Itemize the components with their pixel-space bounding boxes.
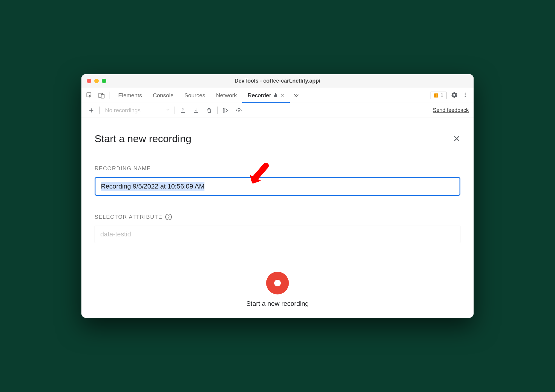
recordings-dropdown-label: No recordings: [105, 107, 140, 114]
replay-icon[interactable]: [221, 105, 231, 116]
tab-network[interactable]: Network: [211, 88, 242, 103]
chevron-down-icon: [166, 107, 170, 114]
maximize-window-button[interactable]: [102, 79, 106, 83]
svg-rect-5: [436, 96, 436, 97]
kebab-menu-icon[interactable]: [462, 92, 468, 99]
recording-name-value: Recording 9/5/2022 at 10:56:09 AM: [101, 182, 204, 191]
page-title: Start a new recording: [95, 133, 191, 145]
inspect-element-icon[interactable]: [84, 90, 95, 101]
recording-name-label: RECORDING NAME: [95, 165, 460, 172]
tabbar: Elements Console Sources Network Recorde…: [81, 88, 474, 103]
svg-rect-2: [101, 94, 104, 98]
window-title: DevTools - coffee-cart.netlify.app/: [81, 78, 474, 84]
import-icon[interactable]: [191, 105, 201, 116]
warnings-badge[interactable]: 1: [430, 92, 447, 99]
delete-icon[interactable]: [204, 105, 214, 116]
tabs-container: Elements Console Sources Network Recorde…: [113, 88, 301, 103]
tab-recorder-label: Recorder: [248, 92, 271, 99]
svg-point-6: [465, 92, 465, 93]
flask-icon: [273, 92, 278, 99]
start-recording-label: Start a new recording: [246, 300, 309, 308]
svg-point-8: [465, 96, 465, 97]
svg-rect-4: [436, 94, 436, 96]
divider: [175, 107, 175, 114]
svg-point-10: [239, 110, 239, 111]
replay-speed-icon[interactable]: [234, 105, 244, 116]
recording-name-input[interactable]: Recording 9/5/2022 at 10:56:09 AM: [95, 177, 460, 196]
traffic-lights: [81, 79, 106, 83]
add-recording-icon[interactable]: [86, 105, 96, 116]
tabs-overflow-icon[interactable]: »: [290, 88, 301, 103]
tab-console[interactable]: Console: [147, 88, 179, 103]
start-recording-button[interactable]: [266, 272, 289, 294]
svg-rect-9: [223, 108, 224, 112]
selector-attribute-field: SELECTOR ATTRIBUTE ? data-testid: [95, 214, 460, 243]
recorder-toolbar: No recordings Send feedback: [81, 103, 474, 118]
start-recording-footer: Start a new recording: [81, 261, 474, 318]
titlebar: DevTools - coffee-cart.netlify.app/: [81, 74, 474, 88]
record-icon: [274, 280, 281, 286]
device-toolbar-icon[interactable]: [96, 90, 107, 101]
recordings-dropdown[interactable]: No recordings: [103, 107, 172, 114]
warnings-count: 1: [441, 92, 443, 98]
send-feedback-link[interactable]: Send feedback: [433, 107, 469, 113]
divider: [110, 92, 110, 99]
export-icon[interactable]: [178, 105, 188, 116]
tab-elements[interactable]: Elements: [113, 88, 147, 103]
tab-sources[interactable]: Sources: [179, 88, 211, 103]
divider: [217, 107, 218, 114]
tab-recorder[interactable]: Recorder ✕: [242, 88, 290, 103]
svg-point-7: [465, 94, 465, 95]
minimize-window-button[interactable]: [94, 79, 99, 83]
close-panel-icon[interactable]: ✕: [453, 133, 460, 144]
recorder-panel: Start a new recording ✕ RECORDING NAME R…: [81, 118, 474, 243]
devtools-window: DevTools - coffee-cart.netlify.app/ Elem…: [81, 74, 474, 318]
selector-attribute-input[interactable]: data-testid: [95, 226, 460, 243]
close-tab-icon[interactable]: ✕: [280, 92, 284, 98]
close-window-button[interactable]: [87, 79, 91, 83]
selector-attribute-placeholder: data-testid: [100, 230, 131, 238]
divider: [99, 107, 100, 114]
help-icon[interactable]: ?: [165, 214, 172, 220]
recording-name-field: RECORDING NAME Recording 9/5/2022 at 10:…: [95, 165, 460, 196]
settings-icon[interactable]: [451, 91, 458, 100]
selector-attribute-label: SELECTOR ATTRIBUTE: [95, 214, 162, 220]
